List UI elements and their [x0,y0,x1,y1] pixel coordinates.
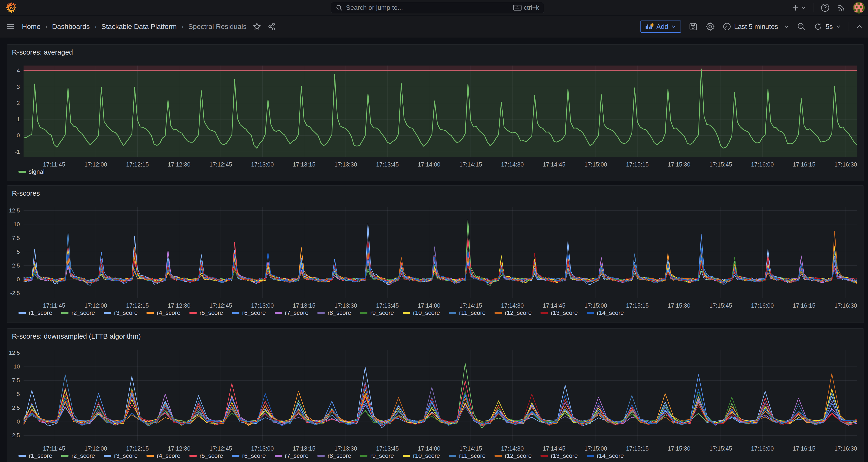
breadcrumb-dashboards[interactable]: Dashboards [52,23,90,31]
search-icon [336,4,343,11]
legend-item-r1_score[interactable]: r1_score [19,452,52,459]
x-axis-label: 17:13:00 [251,445,274,452]
legend-label: r7_score [285,452,308,459]
legend-label: r14_score [597,309,624,316]
toolbar-divider [848,22,848,31]
x-axis-label: 17:16:30 [834,302,857,309]
favorite-star-icon[interactable] [252,22,261,31]
legend-item-r7_score[interactable]: r7_score [275,309,308,316]
refresh-picker[interactable]: 5s [813,22,841,31]
grafana-logo-icon[interactable] [5,2,17,14]
y-axis-label: 12.5 [7,207,20,214]
legend-item-r14_score[interactable]: r14_score [587,452,624,459]
collapse-toolbar-chevron-up-icon[interactable] [856,23,863,30]
x-axis-label: 17:13:15 [293,161,315,168]
legend-item-r2_score[interactable]: r2_score [61,452,95,459]
legend-item-r6_score[interactable]: r6_score [232,452,266,459]
legend-item-r11_score[interactable]: r11_score [449,452,486,459]
legend-item-r3_score[interactable]: r3_score [104,309,137,316]
time-series-plot[interactable] [24,207,857,298]
legend-item-r8_score[interactable]: r8_score [317,452,351,459]
legend-swatch [317,455,325,457]
panel-legend: signal [19,168,44,175]
legend-label: r10_score [413,309,440,316]
news-rss-icon[interactable] [837,3,846,12]
save-dashboard-icon[interactable] [688,22,698,31]
legend-item-r6_score[interactable]: r6_score [232,309,266,316]
breadcrumb-separator: › [45,23,47,30]
y-axis-label: 2 [7,100,20,106]
time-range-picker[interactable]: Last 5 minutes [722,22,789,31]
y-axis-label: 5 [7,391,20,397]
x-axis-label: 17:15:00 [584,445,607,452]
panel-r-scores-averaged: R-scores: averaged 43210-1 17:11:4517:12… [7,44,864,181]
x-axis-label: 17:14:30 [501,445,524,452]
legend-swatch [61,312,68,314]
legend-item-r14_score[interactable]: r14_score [587,309,624,316]
panel-title[interactable]: R-scores: downsampled (LTTB algorithm) [12,332,141,340]
y-axis-label: 10 [7,363,20,370]
legend-item-r10_score[interactable]: r10_score [403,309,440,316]
user-avatar[interactable] [853,2,865,13]
x-axis-label: 17:15:30 [668,445,690,452]
dashboard-toolbar: Home › Dashboards › Stackable Data Platf… [0,16,868,37]
legend-item-r8_score[interactable]: r8_score [317,309,351,316]
new-menu-button[interactable] [792,4,806,11]
zoom-out-icon[interactable] [797,22,806,31]
legend-swatch [189,455,197,457]
legend-label: r14_score [597,452,624,459]
breadcrumb-current-dashboard: Spectral Residuals [188,23,246,31]
legend-item-r3_score[interactable]: r3_score [104,452,137,459]
x-axis-label: 17:15:45 [709,161,732,168]
global-search[interactable]: ctrl+k [331,2,544,13]
x-axis-label: 17:14:30 [501,161,524,168]
legend-item-r4_score[interactable]: r4_score [147,452,180,459]
legend-item-r13_score[interactable]: r13_score [540,309,578,316]
time-series-plot[interactable] [24,65,857,157]
legend-item-r2_score[interactable]: r2_score [61,309,95,316]
legend-item-r12_score[interactable]: r12_score [495,452,532,459]
x-axis-label: 17:11:45 [43,445,65,452]
x-axis-label: 17:16:30 [834,445,857,452]
y-axis-label: 2.5 [7,405,20,411]
add-panel-button[interactable]: Add [641,21,681,33]
y-axis-label: 12.5 [7,349,20,356]
legend-label: r12_score [505,452,532,459]
x-axis-label: 17:14:00 [418,445,440,452]
legend-item-r5_score[interactable]: r5_score [189,452,223,459]
x-axis-label: 17:16:30 [834,161,857,168]
legend-item-r9_score[interactable]: r9_score [360,309,394,316]
series-line-r2_score [24,220,857,285]
legend-item-signal[interactable]: signal [19,168,44,175]
legend-item-r1_score[interactable]: r1_score [19,309,52,316]
breadcrumb-folder[interactable]: Stackable Data Platform [101,23,177,31]
x-axis-label: 17:16:00 [751,302,774,309]
legend-swatch [449,455,456,457]
legend-item-r12_score[interactable]: r12_score [495,309,532,316]
menu-hamburger-icon[interactable] [6,22,15,31]
y-axis-label: -2.5 [7,432,20,439]
search-input[interactable] [346,4,510,11]
legend-item-r9_score[interactable]: r9_score [360,452,394,459]
legend-item-r11_score[interactable]: r11_score [449,309,486,316]
series-line-r12_score [24,231,857,284]
panel-title[interactable]: R-scores [12,189,40,197]
legend-item-r7_score[interactable]: r7_score [275,452,308,459]
breadcrumb-home[interactable]: Home [22,23,40,31]
panel-title[interactable]: R-scores: averaged [12,48,73,56]
legend-label: r11_score [459,452,486,459]
x-axis-label: 17:12:00 [84,445,107,452]
legend-item-r13_score[interactable]: r13_score [540,452,578,459]
share-icon[interactable] [268,22,276,31]
dashboard-settings-gear-icon[interactable] [705,22,715,31]
add-button-label: Add [656,23,669,31]
legend-item-r4_score[interactable]: r4_score [147,309,180,316]
help-icon[interactable] [820,3,830,12]
x-axis-label: 17:12:15 [126,302,149,309]
legend-label: r9_score [370,452,394,459]
panel-r-scores: R-scores 12.5107.552.50-2.5 17:11:4517:1… [7,185,864,323]
legend-item-r5_score[interactable]: r5_score [189,309,223,316]
legend-label: r5_score [199,309,223,316]
time-series-plot[interactable] [24,349,857,441]
legend-item-r10_score[interactable]: r10_score [403,452,440,459]
